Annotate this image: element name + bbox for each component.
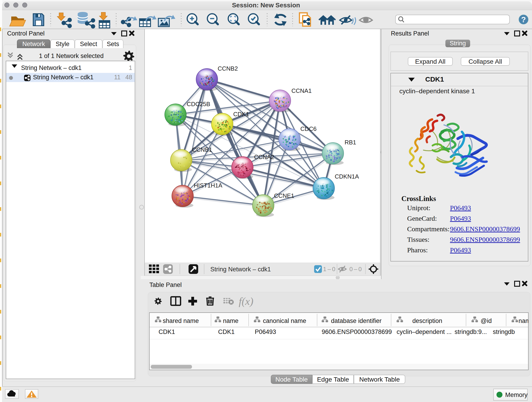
svg-text:String Network – cdk1: String Network – cdk1 [210, 266, 271, 273]
svg-text:description: description [412, 317, 443, 324]
svg-text:0 – 0: 0 – 0 [349, 266, 362, 273]
svg-text:9606.ENSP00000378699: 9606.ENSP00000378699 [322, 328, 392, 335]
svg-text:CDK1: CDK1 [158, 328, 175, 335]
svg-text:cyclin–dependent ...: cyclin–dependent ... [397, 328, 452, 335]
svg-text:CDC6: CDC6 [300, 125, 317, 132]
svg-text:P06493: P06493 [255, 328, 276, 335]
svg-text:stringdb: stringdb [493, 328, 515, 335]
svg-text:CCNA2: CCNA2 [254, 153, 274, 160]
svg-text:CDK1: CDK1 [218, 328, 234, 335]
svg-text:namespace: namespace [519, 317, 528, 324]
svg-text:name: name [223, 317, 239, 324]
svg-text:database identifier: database identifier [331, 317, 382, 324]
svg-text:CCNB1: CCNB1 [192, 146, 212, 153]
svg-text:RB1: RB1 [345, 139, 356, 146]
svg-text:canonical name: canonical name [263, 317, 306, 324]
svg-text:@id: @id [481, 317, 492, 324]
svg-text:CDKN1A: CDKN1A [335, 173, 359, 180]
svg-text:CCNA1: CCNA1 [291, 87, 312, 94]
svg-text:CDC25B: CDC25B [187, 101, 210, 108]
svg-text:CDK1: CDK1 [233, 111, 249, 118]
svg-text:f(x): f(x) [239, 295, 253, 307]
svg-text:1 – 0: 1 – 0 [323, 266, 336, 273]
svg-text:?: ? [521, 15, 526, 24]
svg-text:CCNE1: CCNE1 [274, 192, 294, 199]
svg-text:shared name: shared name [163, 317, 199, 324]
svg-text:CCNB2: CCNB2 [218, 65, 238, 72]
svg-text:stringdb:9...: stringdb:9... [455, 328, 487, 335]
svg-text:HIST1H1A: HIST1H1A [194, 182, 222, 189]
